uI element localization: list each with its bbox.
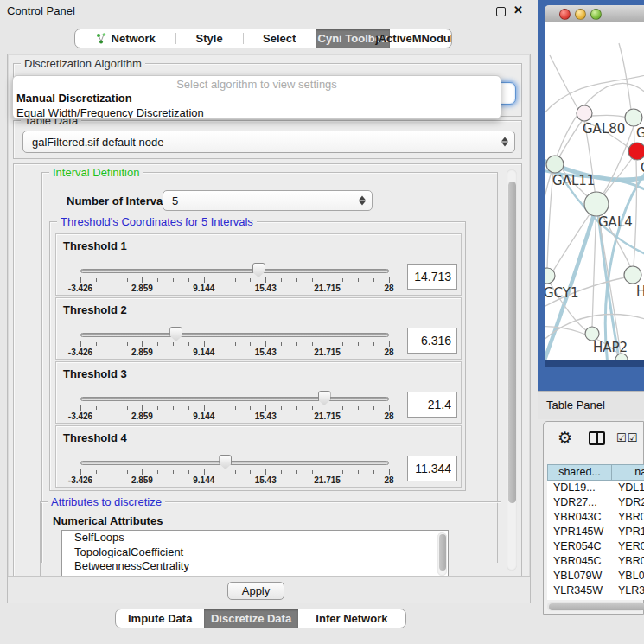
minimize-traffic-light-icon[interactable]: [575, 9, 586, 20]
thresholds-group: Threshold's Coordinates for 5 Intervals …: [49, 221, 466, 491]
column-header-name[interactable]: name: [612, 464, 644, 481]
slider-tick-label: 9.144: [193, 475, 214, 485]
zoom-traffic-light-icon[interactable]: [590, 9, 602, 20]
float-window-icon[interactable]: [496, 7, 506, 16]
slider-tick: [296, 342, 297, 346]
slider-tick: [312, 470, 313, 474]
attribute-item[interactable]: TopologicalCoefficient: [62, 545, 448, 560]
network-node-gal80[interactable]: [577, 105, 592, 121]
table-row[interactable]: YLR345WYLR345W: [547, 583, 644, 598]
slider-tick: [112, 342, 112, 346]
settings-scrollbar[interactable]: [507, 169, 517, 571]
table-row[interactable]: YBR045CYBR045C: [547, 554, 644, 569]
number-of-intervals-label: Number of Intervals: [67, 194, 172, 207]
network-node-gcy1[interactable]: [545, 268, 555, 284]
apply-button[interactable]: Apply: [227, 582, 284, 600]
list-scrollbar[interactable]: [437, 532, 447, 576]
close-icon[interactable]: ✕: [513, 3, 523, 16]
slider-tick: [373, 342, 374, 346]
tab-jactivemnodules[interactable]: jActiveMNodules: [390, 29, 451, 48]
slider-tick-label: -3.426: [68, 475, 92, 485]
numerical-attributes-list[interactable]: SelfLoopsTopologicalCoefficientBetweenne…: [61, 530, 449, 577]
cell-name: YIL052C: [612, 598, 644, 600]
table-panel-titlebar: Table Panel: [538, 391, 644, 419]
table-row[interactable]: YDR27...YDR27...: [547, 495, 644, 510]
network-node-node-ga[interactable]: [625, 109, 642, 126]
slider-tick: [265, 277, 266, 283]
slider-tick: [188, 278, 189, 282]
table-row[interactable]: YBR043CYBR043C: [547, 510, 644, 525]
bottom-tab-bar: Impute DataDiscretize DataInfer Network: [115, 609, 406, 628]
slider-track[interactable]: [80, 269, 389, 273]
network-node-gal4[interactable]: [584, 192, 609, 216]
slider-tick: [220, 406, 220, 410]
threshold-value-field[interactable]: [407, 264, 457, 290]
dropdown-placeholder-option[interactable]: Select algorithm to view settings: [13, 76, 501, 91]
slider-tick: [173, 342, 174, 346]
table-horizontal-scrollbar[interactable]: [547, 602, 644, 611]
slider-tick: [142, 277, 143, 283]
select-columns-icon[interactable]: ☑☑: [616, 431, 638, 444]
dropdown-option[interactable]: Manual Discretization: [13, 91, 501, 105]
tab-network[interactable]: Network: [75, 29, 175, 48]
slider-tick: [157, 342, 158, 346]
node-label-gcy1: GCY1: [545, 285, 579, 301]
network-node-hap2[interactable]: [585, 327, 599, 341]
slider-tick-label: 15.43: [255, 411, 277, 421]
slider-tick-label: 28: [384, 411, 393, 421]
slider-thumb[interactable]: [169, 327, 182, 341]
threshold-value-field[interactable]: [407, 328, 457, 354]
table-data-combobox[interactable]: galFiltered.sif default node: [22, 131, 515, 153]
slider-thumb[interactable]: [318, 391, 331, 405]
tab-label: Style: [196, 32, 223, 45]
slider-tick: [204, 405, 205, 411]
network-graph: GAL80GACGAL11GAL4GCY1HHAP2: [545, 22, 644, 360]
table-row[interactable]: YBL079WYBL079W: [547, 569, 644, 583]
slider-track[interactable]: [80, 333, 389, 337]
dropdown-option[interactable]: Equal Width/Frequency Discretization: [13, 105, 501, 119]
threshold-value-field[interactable]: [407, 456, 457, 481]
column-header-shared-name[interactable]: shared...: [547, 464, 612, 481]
slider-thumb[interactable]: [252, 263, 265, 277]
panel-title: Control Panel: [7, 4, 75, 17]
slider-tick: [204, 277, 205, 283]
slider-tick-label: 28: [384, 284, 393, 293]
tab-select[interactable]: Select: [243, 29, 316, 48]
slider-tick: [235, 342, 236, 346]
slider-tick: [112, 470, 112, 474]
stepper-icon: [501, 137, 508, 147]
slider-tick: [250, 470, 251, 474]
slider-thumb[interactable]: [219, 455, 232, 469]
network-canvas[interactable]: GAL80GACGAL11GAL4GCY1HHAP2: [545, 22, 644, 360]
number-of-intervals-combobox[interactable]: 5: [163, 190, 373, 211]
threshold-value-field[interactable]: [407, 392, 457, 418]
table-data-group: Table Data galFiltered.sif default node: [13, 120, 522, 159]
network-node-node-red[interactable]: [628, 143, 644, 160]
tab-style[interactable]: Style: [175, 29, 243, 48]
slider-tick: [265, 405, 266, 411]
network-node-gal11[interactable]: [546, 156, 564, 173]
split-view-icon[interactable]: [589, 431, 605, 445]
slider-tick-label: 9.144: [193, 348, 214, 357]
gear-icon[interactable]: ⚙: [558, 428, 572, 448]
table-row[interactable]: YPR145WYPR145W: [547, 525, 644, 539]
attribute-item[interactable]: BetweennessCentrality: [62, 559, 448, 574]
table-body[interactable]: YDL19...YDL19...YDR27...YDR27...YBR043CY…: [547, 481, 644, 600]
tab-infer-network[interactable]: Infer Network: [298, 609, 405, 628]
table-row[interactable]: YDL19...YDL19...: [547, 481, 644, 495]
tab-discretize-data[interactable]: Discretize Data: [204, 609, 297, 628]
slider-track[interactable]: [80, 397, 389, 401]
slider-tick: [80, 469, 81, 475]
slider-tick: [173, 278, 174, 282]
attributes-group: Attributes to discretize Numerical Attri…: [40, 501, 501, 577]
close-traffic-light-icon[interactable]: [559, 9, 571, 20]
slider-tick-label: -3.426: [68, 284, 92, 293]
cell-name: YBR043C: [612, 510, 644, 525]
table-row[interactable]: YER054CYER054C: [547, 539, 644, 554]
table-row[interactable]: YIL052CYIL052C: [547, 598, 644, 600]
slider-tick: [281, 470, 282, 474]
attribute-item[interactable]: SelfLoops: [62, 531, 448, 545]
network-node-node-h[interactable]: [624, 266, 641, 284]
tab-impute-data[interactable]: Impute Data: [116, 609, 204, 628]
slider-track[interactable]: [80, 461, 389, 465]
